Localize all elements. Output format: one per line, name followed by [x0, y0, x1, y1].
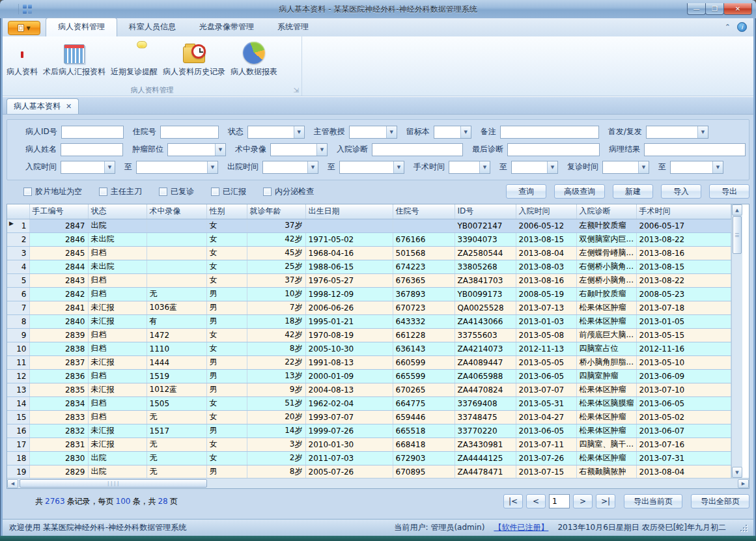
table-row[interactable]: 42844未出院女25岁1988-06-15674223338052682013… — [7, 260, 731, 273]
last-page-button[interactable]: >| — [596, 494, 615, 508]
patient-data-button[interactable]: 病人资料 — [4, 39, 40, 79]
table-row[interactable]: 152833归档无女20岁1993-07-0765944633748475201… — [7, 410, 731, 424]
maximize-button[interactable]: ❐ — [705, 3, 724, 15]
checkbox-revisited[interactable]: 已复诊 — [159, 186, 194, 197]
header-manual-no[interactable]: 手工编号 — [29, 204, 88, 219]
application-menu-button[interactable]: ▼ — [8, 21, 40, 35]
discharge-time-from-combo[interactable]: ▼ — [262, 161, 318, 174]
surgery-time-to-combo[interactable]: ▼ — [511, 161, 558, 174]
vertical-scrollbar[interactable]: ▲ ☰ ▼ — [731, 204, 742, 478]
admit-diagnosis-input[interactable] — [372, 143, 463, 156]
export-current-page-button[interactable]: 导出当前页 — [624, 494, 682, 508]
surgery-time-from-combo[interactable]: ▼ — [449, 161, 490, 174]
admit-time-from-combo[interactable]: ▼ — [61, 161, 115, 174]
pathology-input[interactable] — [644, 143, 746, 156]
new-button[interactable]: 新建 — [613, 184, 653, 199]
header-surgery-date[interactable]: 手术时间 — [636, 204, 731, 219]
table-row[interactable]: 192829出院无男8岁2005-07-26670895ZA4478471201… — [7, 465, 731, 478]
table-row[interactable]: ▶12847出院女37岁YB00721472006-05-12左额叶胶质瘤200… — [7, 219, 731, 232]
header-id-no[interactable]: ID号 — [455, 204, 516, 219]
dialog-launcher-icon[interactable]: ⇲ — [294, 87, 299, 94]
header-age[interactable]: 就诊年龄 — [247, 204, 305, 219]
admit-time-to-combo[interactable]: ▼ — [136, 161, 218, 174]
admission-no-input[interactable] — [160, 126, 219, 139]
horizontal-scroll-thumb[interactable]: ∣∣∣∣ — [20, 479, 207, 488]
specimen-combo[interactable]: ▼ — [434, 126, 471, 139]
header-status[interactable]: 状态 — [88, 204, 147, 219]
scroll-up-icon[interactable]: ▲ — [732, 204, 742, 215]
table-row[interactable]: 102838归档1110女8岁2005-10-30636143ZA4214073… — [7, 342, 731, 355]
export-all-pages-button[interactable]: 导出全部页 — [691, 494, 749, 508]
close-button[interactable]: ✕ — [723, 3, 752, 15]
table-row[interactable]: 112837未汇报1444男22岁1991-08-13660599ZA40894… — [7, 355, 731, 369]
table-row[interactable]: 162832未汇报1517男14岁1999-07-266655183377022… — [7, 424, 731, 437]
history-record-button[interactable]: 病人资料历史记录 — [160, 39, 228, 79]
minimize-button[interactable]: — — [687, 3, 706, 15]
checkbox-film-address-empty[interactable]: 胶片地址为空 — [23, 186, 82, 197]
registered-link[interactable]: 【软件已注册】 — [494, 522, 548, 533]
page-number-input[interactable] — [549, 494, 570, 508]
table-row[interactable]: 72841未汇报1036蓝男7岁2006-06-26670723QA002552… — [7, 301, 731, 314]
discharge-time-to-combo[interactable]: ▼ — [339, 161, 404, 174]
postop-report-button[interactable]: 术后病人汇报资料 — [40, 39, 108, 79]
revisit-time-to-combo[interactable]: ▼ — [670, 161, 723, 174]
next-page-button[interactable]: > — [573, 494, 593, 508]
tumor-site-combo[interactable]: ▼ — [167, 143, 226, 156]
table-row[interactable]: 182830出院无女2岁2011-07-03672903ZA4444125201… — [7, 451, 731, 465]
ribbon-tab-system-management[interactable]: 系统管理 — [266, 18, 320, 36]
table-row[interactable]: 172831未汇报无女3岁2010-01-30668418ZA343098120… — [7, 437, 731, 451]
export-button[interactable]: 导出 — [709, 184, 749, 199]
first-page-button[interactable]: |< — [503, 494, 523, 508]
header-gender[interactable]: 性别 — [206, 204, 247, 219]
table-row[interactable]: 62842归档无男10岁1998-12-09367893YB0099173200… — [7, 287, 731, 301]
professor-combo[interactable]: ▼ — [349, 126, 397, 139]
app-logo-icon[interactable] — [4, 4, 14, 14]
tab-patient-basic-data[interactable]: 病人基本资料 ✕ — [7, 98, 79, 114]
patient-id-input[interactable] — [61, 126, 124, 139]
header-surgery-video[interactable]: 术中录像 — [147, 204, 206, 219]
ribbon-tab-patient-management[interactable]: 病人资料管理 — [46, 18, 117, 36]
status-combo[interactable]: ▼ — [247, 126, 305, 139]
table-row[interactable]: 142834归档1505女51岁1962-02-0466477533769408… — [7, 396, 731, 410]
header-admit-diagnosis[interactable]: 入院诊断 — [576, 204, 636, 219]
scroll-right-icon[interactable]: ▶ — [738, 479, 749, 488]
table-row[interactable]: 52843归档女37岁1976-05-27676365ZA38417032013… — [7, 273, 731, 287]
tumor-site-label: 肿瘤部位 — [132, 144, 163, 155]
patient-name-input[interactable] — [61, 143, 123, 156]
revisit-time-from-combo[interactable]: ▼ — [602, 161, 649, 174]
ribbon-tab-department-staff[interactable]: 科室人员信息 — [117, 18, 188, 36]
header-admission-no[interactable]: 住院号 — [393, 204, 455, 219]
info-icon[interactable]: i — [737, 22, 747, 32]
revisit-reminder-button[interactable]: 近期复诊提醒 — [108, 39, 160, 79]
table-row[interactable]: 82840未汇报有男18岁1995-01-21643332ZA414306620… — [7, 314, 731, 328]
tab-close-icon[interactable]: ✕ — [66, 102, 72, 111]
data-report-button[interactable]: 病人数据报表 — [228, 39, 280, 79]
final-diagnosis-input[interactable] — [507, 143, 600, 156]
checkbox-endocrine-exam[interactable]: 内分泌检查 — [263, 186, 314, 197]
advanced-query-button[interactable]: 高级查询 — [554, 184, 605, 199]
remark-input[interactable] — [500, 126, 599, 139]
vertical-scroll-thumb[interactable]: ☰ — [733, 216, 742, 254]
checkbox-reported[interactable]: 已汇报 — [211, 186, 246, 197]
surgery-video-combo[interactable]: ▼ — [270, 143, 328, 156]
table-row[interactable]: 132835未汇报1012蓝男9岁2004-08-13670265ZA44708… — [7, 383, 731, 396]
import-button[interactable]: 导入 — [661, 184, 701, 199]
window-layout-icon[interactable] — [23, 5, 32, 14]
scroll-left-icon[interactable]: ◀ — [7, 479, 18, 488]
collapse-ribbon-icon[interactable]: ⌃ — [725, 23, 731, 31]
header-birth-date[interactable]: 出生日期 — [305, 204, 393, 219]
query-button[interactable]: 查询 — [506, 184, 546, 199]
header-admit-date[interactable]: 入院时间 — [516, 204, 576, 219]
checkbox-chief-surgeon[interactable]: 主任主刀 — [99, 186, 142, 197]
prev-page-button[interactable]: < — [526, 494, 546, 508]
resize-grip-icon[interactable] — [740, 525, 747, 531]
first-recur-combo[interactable]: ▼ — [646, 126, 708, 139]
table-row[interactable]: 92839归档1472女42岁1970-08-19661228337556032… — [7, 328, 731, 342]
ribbon-tab-disc-tape-management[interactable]: 光盘录像带管理 — [188, 18, 266, 36]
horizontal-scrollbar[interactable]: ◀ ∣∣∣∣ ▶ — [7, 478, 749, 488]
vertical-scroll-track[interactable] — [732, 255, 742, 467]
scroll-down-icon[interactable]: ▼ — [732, 467, 742, 478]
table-row[interactable]: 122836归档1519男13岁2000-01-09665599ZA406598… — [7, 369, 731, 383]
table-row[interactable]: 22846未出院女42岁1971-05-02676166339040732013… — [7, 232, 731, 246]
table-row[interactable]: 32845归档女45岁1968-04-16501568ZA25805442013… — [7, 246, 731, 260]
